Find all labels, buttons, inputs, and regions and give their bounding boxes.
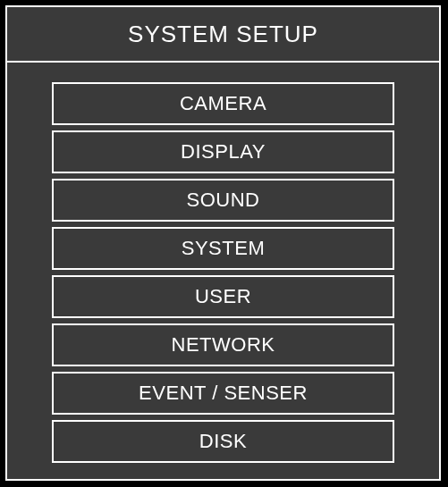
menu-item-camera[interactable]: CAMERA xyxy=(52,82,394,125)
menu-item-label: DISK xyxy=(199,430,247,453)
menu-item-label: USER xyxy=(195,285,251,308)
menu-item-label: NETWORK xyxy=(172,333,275,357)
menu-list: CAMERA DISPLAY SOUND SYSTEM USER NETWORK… xyxy=(7,63,439,483)
menu-item-sound[interactable]: SOUND xyxy=(52,179,394,222)
title-bar: SYSTEM SETUP xyxy=(7,7,439,63)
menu-item-network[interactable]: NETWORK xyxy=(52,323,394,366)
menu-item-system[interactable]: SYSTEM xyxy=(52,227,394,270)
menu-item-display[interactable]: DISPLAY xyxy=(52,130,394,173)
menu-item-user[interactable]: USER xyxy=(52,275,394,318)
page-title: SYSTEM SETUP xyxy=(128,21,318,48)
menu-item-label: DISPLAY xyxy=(181,140,266,164)
menu-item-label: SOUND xyxy=(187,189,260,212)
menu-item-disk[interactable]: DISK xyxy=(52,420,394,463)
system-setup-panel: SYSTEM SETUP CAMERA DISPLAY SOUND SYSTEM… xyxy=(5,5,441,481)
menu-item-label: CAMERA xyxy=(180,92,266,115)
menu-item-event-senser[interactable]: EVENT / SENSER xyxy=(52,372,394,415)
menu-item-label: EVENT / SENSER xyxy=(139,382,308,405)
menu-item-label: SYSTEM xyxy=(182,237,265,260)
